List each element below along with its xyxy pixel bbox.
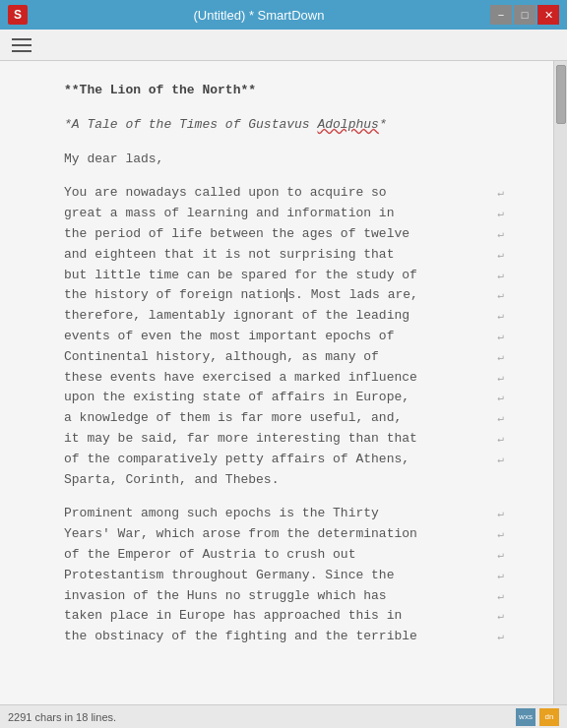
editor-container: **The Lion of the North** *A Tale of the… [0, 61, 567, 704]
line-break-icon: ↵ [497, 370, 504, 388]
line-break-icon: ↵ [497, 226, 504, 244]
line-text: events of even the most important epochs… [64, 327, 495, 347]
minimize-button[interactable]: − [490, 5, 512, 25]
line-text: Protestantism throughout Germany. Since … [64, 566, 495, 586]
line-text: of the Emperor of Austria to crush out [64, 545, 495, 566]
line-break-icon: ↵ [497, 452, 504, 469]
line-text: the obstinacy of the fighting and the te… [64, 627, 495, 647]
line-2-3: of the Emperor of Austria to crush out ↵ [64, 545, 504, 566]
line-break-icon: ↵ [497, 287, 504, 305]
paragraph-salutation: My dear lads, [64, 150, 504, 170]
line-text: upon the existing state of affairs in Eu… [64, 388, 495, 408]
line-1-4: and eighteen that it is not surprising t… [64, 245, 504, 266]
line-1-3: the period of life between the ages of t… [64, 224, 504, 245]
line-break-icon: ↵ [497, 329, 504, 346]
line-2-7: the obstinacy of the fighting and the te… [64, 627, 504, 647]
line-1-1: You are nowadays called upon to acquire … [64, 183, 504, 204]
line-1-13: it may be said, far more interesting tha… [64, 429, 504, 450]
title-bar: S (Untitled) * SmartDown − □ ✕ [0, 0, 567, 30]
line-title: **The Lion of the North** [64, 81, 504, 101]
line-text: taken place in Europe has approached thi… [64, 606, 495, 627]
maximize-button[interactable]: □ [514, 5, 536, 25]
line-text: and eighteen that it is not surprising t… [64, 245, 495, 266]
line-text: You are nowadays called upon to acquire … [64, 183, 495, 204]
line-text: the history of foreign nations. Most lad… [64, 285, 495, 306]
wxs-icon: wxs [516, 708, 536, 726]
line-1-14: of the comparatively petty affairs of At… [64, 450, 504, 470]
line-text: great a mass of learning and information… [64, 204, 495, 224]
hamburger-menu[interactable] [8, 34, 35, 56]
menu-bar [0, 30, 567, 61]
line-break-icon: ↵ [497, 506, 504, 523]
status-bar: 2291 chars in 18 lines. wxs dn [0, 704, 567, 728]
title-text: **The Lion of the North** [64, 81, 256, 101]
line-break-icon: ↵ [497, 185, 504, 203]
line-break-icon: ↵ [497, 390, 504, 407]
line-1-9: Continental history, although, as many o… [64, 347, 504, 368]
line-2-2: Years' War, which arose from the determi… [64, 524, 504, 545]
line-1-7: therefore, lamentably ignorant of the le… [64, 306, 504, 327]
line-break-icon: ↵ [497, 547, 504, 565]
line-text: it may be said, far more interesting tha… [64, 429, 495, 450]
line-break-icon: ↵ [497, 608, 504, 626]
line-text: of the comparatively petty affairs of At… [64, 450, 495, 470]
line-break-icon: ↵ [497, 629, 504, 646]
line-text: therefore, lamentably ignorant of the le… [64, 306, 495, 327]
line-break-icon: ↵ [497, 268, 504, 285]
line-2-5: invasion of the Huns no struggle which h… [64, 586, 504, 607]
line-1-15: Sparta, Corinth, and Thebes. [64, 470, 504, 491]
line-2-6: taken place in Europe has approached thi… [64, 606, 504, 627]
line-break-icon: ↵ [497, 410, 504, 428]
underline-adolphus: Adolphus [317, 117, 378, 132]
line-text: these events have exercised a marked inf… [64, 368, 495, 389]
line-2-4: Protestantism throughout Germany. Since … [64, 566, 504, 586]
hamburger-line-3 [12, 50, 32, 52]
line-text: Sparta, Corinth, and Thebes. [64, 470, 504, 491]
line-1-11: upon the existing state of affairs in Eu… [64, 388, 504, 408]
status-icons: wxs dn [516, 708, 559, 726]
window-controls: − □ ✕ [490, 5, 559, 25]
line-break-icon: ↵ [497, 308, 504, 326]
line-text: Years' War, which arose from the determi… [64, 524, 495, 545]
line-break-icon: ↵ [497, 206, 504, 223]
line-1-5: but little time can be spared for the st… [64, 266, 504, 286]
line-text: Continental history, although, as many o… [64, 347, 495, 368]
line-break-icon: ↵ [497, 568, 504, 585]
line-text: Prominent among such epochs is the Thirt… [64, 504, 495, 524]
line-break-icon: ↵ [497, 431, 504, 449]
text-cursor [286, 288, 287, 302]
line-break-icon: ↵ [497, 247, 504, 265]
subtitle-text: *A Tale of the Times of Gustavus Adolphu… [64, 115, 387, 136]
line-subtitle: *A Tale of the Times of Gustavus Adolphu… [64, 115, 504, 136]
line-1-8: events of even the most important epochs… [64, 327, 504, 347]
line-salutation: My dear lads, [64, 150, 504, 170]
status-text: 2291 chars in 18 lines. [8, 711, 116, 723]
line-break-icon: ↵ [497, 588, 504, 606]
salutation-text: My dear lads, [64, 150, 163, 170]
line-break-icon: ↵ [497, 349, 504, 367]
line-2-1: Prominent among such epochs is the Thirt… [64, 504, 504, 524]
line-1-6: the history of foreign nations. Most lad… [64, 285, 504, 306]
paragraph-1: You are nowadays called upon to acquire … [64, 183, 504, 490]
app-icon: S [8, 5, 28, 25]
window-title: (Untitled) * SmartDown [28, 8, 490, 23]
hamburger-line-2 [12, 44, 32, 46]
line-text: the period of life between the ages of t… [64, 224, 495, 245]
paragraph-subtitle: *A Tale of the Times of Gustavus Adolphu… [64, 115, 504, 136]
scrollbar[interactable] [553, 61, 567, 704]
dn-icon: dn [539, 708, 559, 726]
line-text: a knowledge of them is far more useful, … [64, 408, 495, 429]
paragraph-2: Prominent among such epochs is the Thirt… [64, 504, 504, 647]
line-text: invasion of the Huns no struggle which h… [64, 586, 495, 607]
line-1-10: these events have exercised a marked inf… [64, 368, 504, 389]
line-text: but little time can be spared for the st… [64, 266, 495, 286]
paragraph-title: **The Lion of the North** [64, 81, 504, 101]
scrollbar-thumb[interactable] [556, 65, 566, 124]
line-1-12: a knowledge of them is far more useful, … [64, 408, 504, 429]
close-button[interactable]: ✕ [537, 5, 559, 25]
line-break-icon: ↵ [497, 526, 504, 544]
hamburger-line-1 [12, 38, 32, 40]
editor-content[interactable]: **The Lion of the North** *A Tale of the… [0, 61, 553, 704]
line-1-2: great a mass of learning and information… [64, 204, 504, 224]
